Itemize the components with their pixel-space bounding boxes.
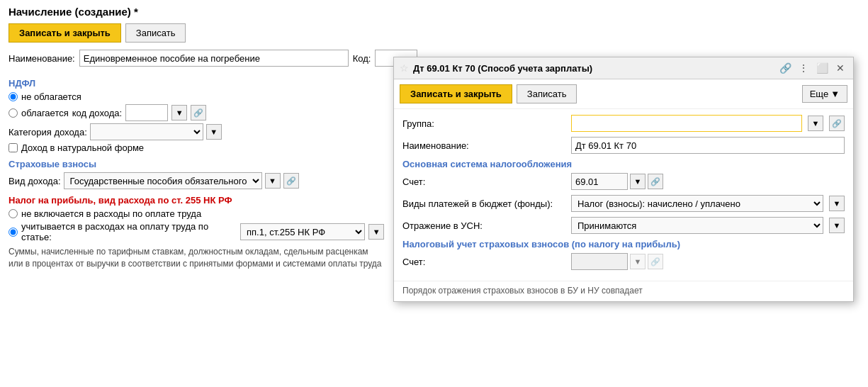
ndfl-taxed-radio[interactable] [9,108,18,118]
ndfl-taxed-row: облагается код дохода: ▼ 🔗 [9,104,384,121]
ndfl-taxed-label: облагается [21,108,69,118]
page-title: Начисление (создание) * [9,6,859,18]
modal-close-icon[interactable]: ✕ [833,61,847,75]
naimenovanie-label: Наименование: [9,53,75,64]
modal-star-icon[interactable]: ☆ [400,62,409,74]
modal-grupa-input[interactable] [571,115,802,132]
modal-nalogschet-expand-btn: ▼ [630,254,646,269]
kod-dohoda-link-btn[interactable]: 🔗 [191,105,206,120]
nalog-not-included-row: не включается в расходы по оплате труда [9,208,384,219]
modal-title: Дт 69.01 Кт 70 (Способ учета зарплаты) [413,63,774,74]
ndfl-not-taxed-radio[interactable] [9,92,18,101]
save-close-button[interactable]: Записать и закрыть [9,23,121,43]
modal-body: Группа: ▼ 🔗 Наименование: Основная систе… [394,109,853,281]
modal-naim-label: Наименование: [402,140,565,151]
modal-vidplatejey-expand-btn[interactable]: ▼ [829,196,845,211]
dohod-natural-checkbox[interactable] [9,143,18,152]
modal-more-icon[interactable]: ⋮ [796,61,811,75]
nalog-statya-select[interactable]: пп.1, ст.255 НК РФ [240,223,365,240]
modal-header: ☆ Дт 69.01 Кт 70 (Способ учета зарплаты)… [394,57,853,79]
main-toolbar: Записать и закрыть Записать [9,23,859,43]
modal-vidplatejey-row: Виды платежей в бюджет (фонды): Налог (в… [402,195,845,212]
dohod-natural-label: Доход в натуральной форме [21,142,144,153]
kod-dohoda-input[interactable] [125,104,168,121]
modal-vidplatejey-label: Виды платежей в бюджет (фонды): [402,198,565,209]
modal-osn-title: Основная система налогообложения [402,159,845,169]
modal-otrajusn-select[interactable]: Принимаются [571,217,823,234]
modal-nalogschet-container: ▼ 🔗 [571,253,845,270]
modal-grupa-link-btn[interactable]: 🔗 [829,116,845,131]
nalog-not-included-label: не включается в расходы по оплате труда [21,208,201,219]
modal-save-button[interactable]: Записать [517,84,577,103]
page-container: Начисление (создание) * Записать и закры… [0,0,868,276]
kod-dohoda-expand-btn[interactable]: ▼ [171,105,187,120]
modal-schet-expand-btn[interactable]: ▼ [630,174,646,189]
modal-nalogschet-label: Счет: [402,257,565,267]
modal-more-chevron: ▼ [830,89,840,99]
vid-dohoda-row: Вид дохода: Государственные пособия обяз… [9,172,384,189]
modal-vidplatejey-select[interactable]: Налог (взносы): начислено / уплачено [571,195,823,212]
vid-dohoda-expand-btn[interactable]: ▼ [265,173,281,189]
ndfl-not-taxed-row: не облагается [9,91,384,102]
modal-otrajusn-row: Отражение в УСН: Принимаются ▼ [402,217,845,234]
modal-link-icon[interactable]: 🔗 [778,61,792,75]
vid-dohoda-link-btn[interactable]: 🔗 [283,173,299,189]
modal-nalogschet-link-btn: 🔗 [648,254,663,269]
modal-expand-icon[interactable]: ⬜ [815,61,829,75]
kateg-dohoda-expand-btn[interactable]: ▼ [206,124,222,140]
strakh-title: Страховые взносы [9,159,384,169]
modal-grupa-expand-btn[interactable]: ▼ [808,116,823,131]
modal-naim-row: Наименование: [402,137,845,154]
modal-schet-container: ▼ 🔗 [571,173,845,190]
modal-schet-row: Счет: ▼ 🔗 [402,173,845,190]
modal-save-close-button[interactable]: Записать и закрыть [400,84,512,103]
kod-label: Код: [353,53,371,64]
kateg-dohoda-select[interactable] [90,123,203,140]
nalog-included-radio[interactable] [9,228,18,237]
ndfl-not-taxed-label: не облагается [21,91,81,102]
modal-grupa-row: Группа: ▼ 🔗 [402,115,845,132]
small-text: Суммы, начисленные по тарифным ставкам, … [9,246,384,270]
modal-otrajusn-label: Отражение в УСН: [402,220,565,231]
nalog-statya-expand-btn[interactable]: ▼ [368,224,384,240]
nalog-not-included-radio[interactable] [9,209,18,218]
kod-dohoda-label: код дохода: [72,108,122,118]
modal-footer-text: Порядок отражения страховых взносов в БУ… [394,281,853,301]
modal-nalogschet-input [571,253,628,270]
save-button[interactable]: Записать [125,23,186,43]
ndfl-title: НДФЛ [9,78,384,89]
modal-naim-input[interactable] [571,137,845,154]
modal-naloguchot-title: Налоговый учет страховых взносов (по нал… [402,239,845,249]
kateg-dohoda-label: Категория дохода: [9,127,87,138]
left-panel: НДФЛ не облагается облагается код дохода… [9,72,384,270]
modal-otrajusn-expand-btn[interactable]: ▼ [829,218,845,233]
nalog-included-row: учитывается в расходах на оплату труда п… [9,221,384,242]
naimenovanie-input[interactable] [79,50,349,67]
modal-more-button[interactable]: Еще ▼ [802,85,847,103]
vid-dohoda-label: Вид дохода: [9,176,61,186]
modal-dialog: ☆ Дт 69.01 Кт 70 (Способ учета зарплаты)… [393,57,854,302]
modal-schet-label: Счет: [402,176,565,187]
modal-nalogschet-row: Счет: ▼ 🔗 [402,253,845,270]
nalog-title: Налог на прибыль, вид расхода по ст. 255… [9,195,384,206]
dohod-natural-row: Доход в натуральной форме [9,142,384,153]
modal-schet-input[interactable] [571,173,628,190]
modal-grupa-label: Группа: [402,118,565,129]
kateg-dohoda-row: Категория дохода: ▼ [9,123,384,140]
modal-more-label: Еще [810,89,828,99]
nalog-included-label: учитывается в расходах на оплату труда п… [21,221,237,242]
modal-toolbar: Записать и закрыть Записать Еще ▼ [394,79,853,109]
vid-dohoda-select[interactable]: Государственные пособия обязательного со… [64,172,262,189]
modal-schet-link-btn[interactable]: 🔗 [648,174,663,189]
